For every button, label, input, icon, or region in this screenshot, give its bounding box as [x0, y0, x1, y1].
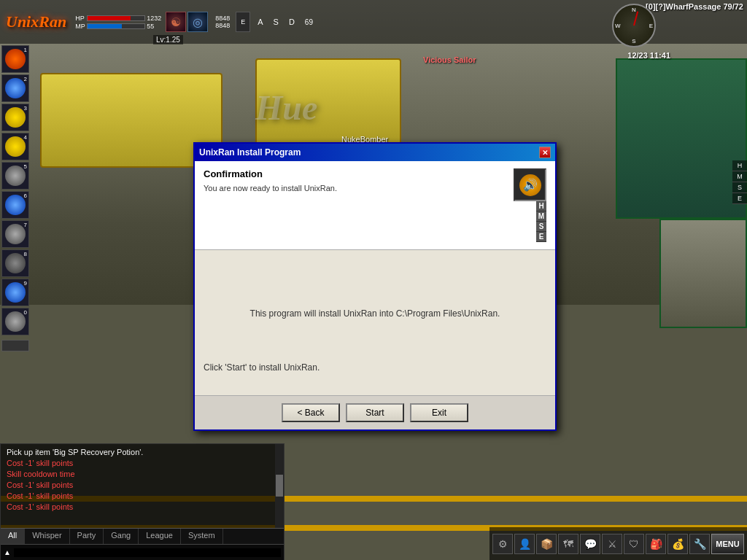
skill-num-2: 2 — [24, 76, 27, 82]
datetime-display: 12/23 11:41 — [627, 51, 670, 60]
dialog-titlebar: UnixRan Install Program ✕ — [195, 144, 555, 161]
skill-icon-4 — [5, 136, 26, 157]
compass-needle — [633, 11, 638, 26]
skill-slot-3[interactable]: 3 — [1, 104, 29, 131]
skill-num-0: 0 — [24, 309, 27, 316]
skill-icon-7 — [5, 224, 26, 244]
br-icon-2[interactable]: 👤 — [514, 534, 535, 554]
chat-scrollbar[interactable] — [275, 444, 284, 528]
chat-scrollbar-thumb[interactable] — [276, 475, 283, 497]
dialog-top-section: Confirmation You are now ready to instal… — [195, 161, 555, 250]
dialog-main: This program will install UnixRan into C… — [195, 250, 555, 396]
skill-slot-6[interactable]: 6 — [1, 191, 29, 219]
skill-icon-8 — [5, 253, 26, 273]
br-icon-4[interactable]: 🗺 — [558, 534, 578, 554]
chat-tab-all[interactable]: All — [1, 529, 25, 544]
menu-button[interactable]: MENU — [711, 534, 744, 554]
game-logo: UnixRan — [0, 12, 72, 31]
skill-icon-0 — [5, 311, 26, 332]
top-icon-1[interactable]: ☯ — [166, 12, 186, 32]
chat-line-4: Cost -1' skill points — [7, 491, 278, 502]
hp-bar — [87, 15, 145, 21]
skill-slot-1[interactable]: 1 — [1, 45, 29, 73]
chat-tab-gang[interactable]: Gang — [104, 529, 139, 544]
compass-circle: N S E W — [612, 4, 656, 47]
skill-icon-9 — [5, 282, 26, 303]
br-icon-10[interactable]: 🔧 — [689, 534, 710, 554]
skill-icon-1 — [5, 49, 26, 69]
chat-line-2: Skill cooldown time — [7, 469, 278, 480]
chat-line-1: Cost -1' skill points — [7, 458, 278, 469]
dialog-mini-icons: H M S E — [536, 201, 546, 242]
hp-bar-container: HP 1232 — [75, 15, 161, 22]
compass-s: S — [632, 38, 635, 44]
skill-slot-8[interactable]: 8 — [1, 249, 29, 277]
compass-e: E — [649, 23, 653, 29]
val-69: 69 — [302, 18, 316, 26]
mini-icon-m: M — [536, 211, 546, 222]
skill-slot-9[interactable]: 9 — [1, 279, 29, 306]
chat-line-0: Pick up item 'Big SP Recovery Potion'. — [7, 447, 278, 458]
chat-tabs: All Whisper Party Gang League System — [1, 528, 284, 544]
br-icon-8[interactable]: 🎒 — [646, 534, 666, 554]
chat-tab-system[interactable]: System — [181, 529, 223, 544]
br-icon-3[interactable]: 📦 — [536, 534, 557, 554]
br-icon-7[interactable]: 🛡 — [624, 534, 644, 554]
chat-arrow-icon: ▲ — [4, 548, 11, 556]
br-icon-1[interactable]: ⚙ — [492, 534, 513, 554]
chat-input[interactable] — [14, 548, 281, 557]
right-panel: H M S E — [732, 160, 747, 204]
npc-name-label: Vicious Sailor — [423, 55, 476, 64]
mp-value: 55 — [147, 23, 154, 30]
skill-bar: 1 2 3 4 5 6 7 8 9 0 — [0, 44, 31, 353]
dialog-icon-box: 🔊 — [514, 168, 546, 201]
dialog-exit-button[interactable]: Exit — [410, 403, 468, 422]
speaker-icon: 🔊 — [519, 174, 541, 196]
right-icon-e: E — [732, 193, 747, 204]
chat-tab-whisper[interactable]: Whisper — [25, 529, 69, 544]
attr-labels: A S D — [253, 18, 299, 26]
stats-bar: HP 1232 MP 55 ☯ ◎ 88 — [72, 9, 319, 35]
skill-num-4: 4 — [24, 134, 27, 141]
attr-a: A — [258, 18, 263, 26]
skill-num-7: 7 — [24, 222, 27, 228]
skill-num-1: 1 — [24, 47, 27, 53]
skill-icon-5 — [5, 166, 26, 186]
mp-bar — [87, 23, 145, 29]
skill-slot-0[interactable]: 0 — [1, 308, 29, 335]
right-icon-m: M — [732, 171, 747, 182]
dialog-back-button[interactable]: < Back — [282, 403, 340, 422]
br-icon-6[interactable]: ⚔ — [602, 534, 622, 554]
dialog-buttons: < Back Start Exit — [195, 396, 555, 429]
br-icon-5[interactable]: 💬 — [580, 534, 600, 554]
skill-slot-5[interactable]: 5 — [1, 162, 29, 190]
chat-scroll[interactable]: Pick up item 'Big SP Recovery Potion'. C… — [1, 444, 284, 528]
energy1-val: 8848 — [215, 15, 230, 22]
dialog-section-text: You are now ready to install UnixRan. — [204, 184, 506, 192]
location-text: [0][?]WharfPassage 79/72 — [646, 2, 743, 11]
e-box: E — [236, 12, 250, 32]
br-icon-9[interactable]: 💰 — [667, 534, 688, 554]
dialog-start-button[interactable]: Start — [346, 403, 404, 422]
dialog-section-title: Confirmation — [204, 168, 506, 179]
skill-slot-7[interactable]: 7 — [1, 220, 29, 248]
right-icon-h: H — [732, 160, 747, 171]
chat-tab-league[interactable]: League — [139, 529, 181, 544]
chat-tab-party[interactable]: Party — [70, 529, 104, 544]
skill-num-5: 5 — [24, 163, 27, 170]
dialog-icon-area: 🔊 H M S E — [514, 168, 546, 242]
skill-slot-4[interactable]: 4 — [1, 133, 29, 160]
top-icon-2[interactable]: ◎ — [187, 12, 208, 32]
compass: N S E W — [612, 4, 659, 51]
mini-icon-h: H — [536, 201, 546, 211]
skill-slot-2[interactable]: 2 — [1, 74, 29, 102]
right-icon-s: S — [732, 182, 747, 193]
mp-bar-fill — [88, 24, 122, 28]
container-right2 — [659, 219, 747, 328]
attr-s: S — [274, 18, 279, 26]
level-display: Lv:1.25 — [153, 35, 183, 44]
hp-mp-group: HP 1232 MP 55 — [75, 15, 161, 30]
mini-icon-s: S — [536, 222, 546, 232]
dialog-close-button[interactable]: ✕ — [539, 147, 551, 158]
compass-n: N — [632, 7, 636, 13]
